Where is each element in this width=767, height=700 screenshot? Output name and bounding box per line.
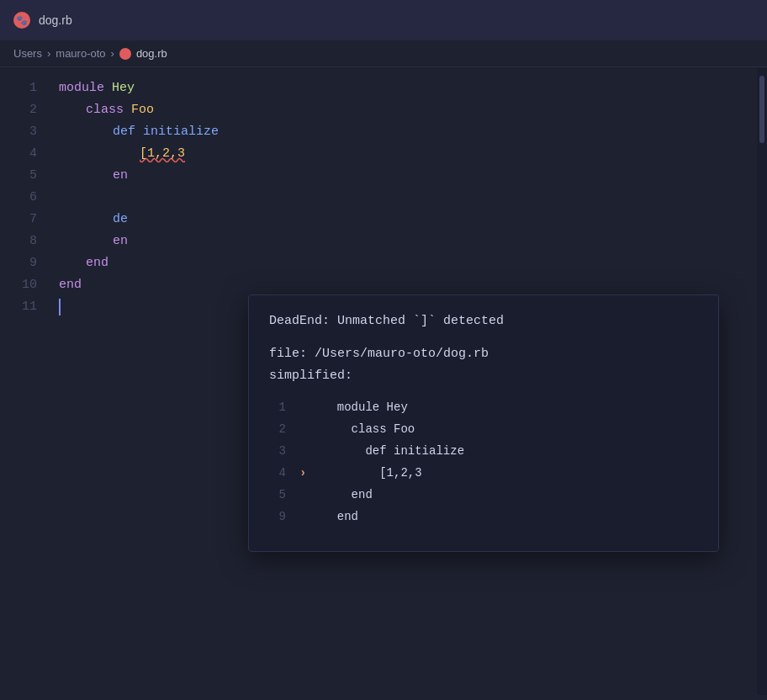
code-line-7: de [59, 209, 757, 231]
line-num-10: 10 [0, 274, 37, 296]
module-name: Hey [112, 77, 135, 99]
breadcrumb-filename[interactable]: dog.rb [136, 47, 167, 60]
tooltip-code-line-4: 4 › [1,2,3 [269, 462, 698, 484]
tooltip-arrow-2 [299, 418, 309, 440]
tooltip-code-block: 1 module Hey 2 class Foo 3 def initializ… [269, 396, 698, 528]
tooltip-arrow-3 [299, 440, 309, 462]
line-num-5: 5 [0, 165, 37, 187]
tooltip-code-line-1: 1 module Hey [269, 396, 698, 418]
title-bar: 🐾 dog.rb [0, 0, 767, 40]
fn-initialize: initialize [143, 121, 219, 143]
tooltip-error-message: DeadEnd: Unmatched `]` detected [269, 312, 698, 331]
tooltip-code-text-4: [1,2,3 [323, 462, 422, 484]
keyword-end-10: end [59, 274, 82, 296]
breadcrumb-sep-1: › [47, 47, 50, 60]
tooltip-arrow-1 [299, 396, 309, 418]
tooltip-code-text-3: def initialize [323, 440, 464, 462]
tooltip-code-text-2: class Foo [323, 418, 415, 440]
code-line-10: end [59, 274, 757, 296]
line-num-4: 4 [0, 143, 37, 165]
tooltip-code-line-3: 3 def initialize [269, 440, 698, 462]
line-num-1: 1 [0, 77, 37, 99]
tooltip-arrow-5 [299, 484, 309, 506]
breadcrumb-sep-2: › [111, 47, 114, 60]
code-area[interactable]: module Hey class Foo def initialize [1,2… [50, 67, 757, 695]
tooltip-file-path: file: /Users/mauro-oto/dog.rb [269, 345, 698, 364]
tooltip-linenum-5: 5 [269, 484, 286, 506]
file-icon: 🐾 [13, 12, 30, 29]
error-tooltip: DeadEnd: Unmatched `]` detected file: /U… [248, 294, 719, 552]
scrollbar[interactable] [757, 67, 767, 695]
tooltip-simplified-label: simplified: [269, 367, 698, 386]
tooltip-code-text-5: end [323, 484, 373, 506]
breadcrumb: Users › mauro-oto › dog.rb [0, 40, 767, 67]
code-line-6 [59, 187, 757, 209]
line-numbers: 1 2 3 4 5 6 7 8 9 10 11 [0, 67, 50, 695]
tooltip-linenum-1: 1 [269, 396, 286, 418]
code-bracket-squiggle: [1,2,3 [140, 143, 185, 165]
tooltip-code-text-9: end [323, 506, 358, 528]
text-cursor [59, 299, 61, 316]
keyword-end-9: end [86, 252, 108, 274]
code-line-9: end [59, 252, 757, 274]
tooltip-linenum-3: 3 [269, 440, 286, 462]
tooltip-arrow-4: › [299, 462, 309, 484]
class-name: Foo [131, 99, 154, 121]
line-num-9: 9 [0, 252, 37, 274]
tooltip-code-text-1: module Hey [323, 396, 408, 418]
line-num-11: 11 [0, 296, 37, 318]
line-num-7: 7 [0, 209, 37, 231]
line-num-8: 8 [0, 231, 37, 252]
keyword-de-7: de [113, 209, 128, 231]
code-line-1: module Hey [59, 77, 757, 99]
line-num-2: 2 [0, 99, 37, 121]
tooltip-arrow-9 [299, 506, 309, 528]
breadcrumb-users[interactable]: Users [13, 47, 42, 60]
editor: 1 2 3 4 5 6 7 8 9 10 11 module Hey class… [0, 67, 767, 695]
breadcrumb-file-icon [119, 48, 131, 60]
title-bar-filename: dog.rb [39, 13, 72, 27]
code-line-8: en [59, 231, 757, 252]
keyword-end-5: en [113, 165, 128, 187]
code-line-2: class Foo [59, 99, 757, 121]
keyword-class: class [86, 99, 131, 121]
line-num-6: 6 [0, 187, 37, 209]
tooltip-linenum-9: 9 [269, 506, 286, 528]
tooltip-linenum-4: 4 [269, 462, 286, 484]
keyword-def: def [113, 121, 143, 143]
breadcrumb-mauro[interactable]: mauro-oto [56, 47, 105, 60]
code-line-4: [1,2,3 [59, 143, 757, 165]
code-line-5: en [59, 165, 757, 187]
line-num-3: 3 [0, 121, 37, 143]
tooltip-code-line-9: 9 end [269, 506, 698, 528]
tooltip-code-line-2: 2 class Foo [269, 418, 698, 440]
code-line-3: def initialize [59, 121, 757, 143]
tooltip-linenum-2: 2 [269, 418, 286, 440]
tooltip-code-line-5: 5 end [269, 484, 698, 506]
keyword-module: module [59, 77, 112, 99]
keyword-end-8: en [113, 231, 128, 252]
scrollbar-thumb[interactable] [759, 76, 764, 143]
